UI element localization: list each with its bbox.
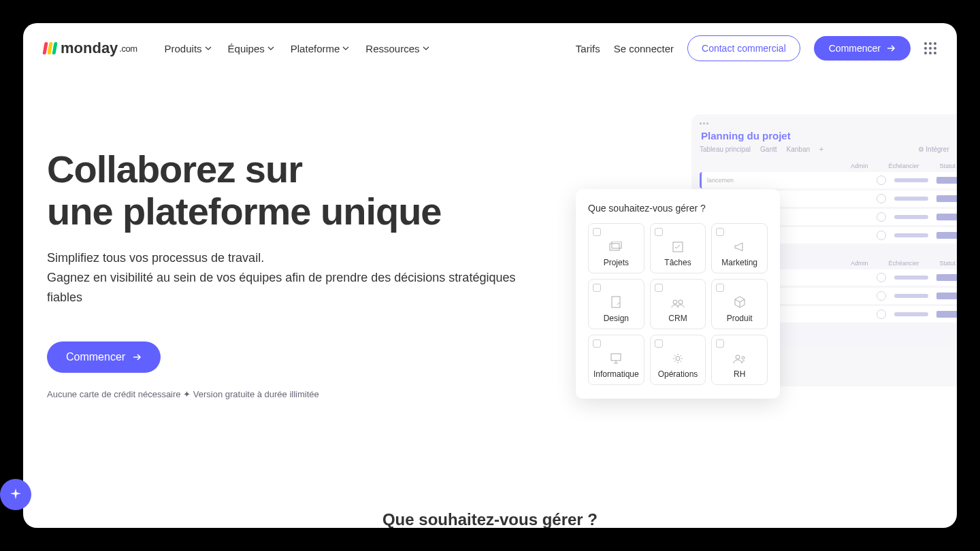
contact-sales-button[interactable]: Contact commercial bbox=[687, 35, 800, 61]
nav-pricing[interactable]: Tarifs bbox=[576, 43, 600, 54]
get-started-button-header[interactable]: Commencer bbox=[814, 36, 911, 61]
sparkle-icon bbox=[8, 487, 23, 502]
nav-platform[interactable]: Plateforme bbox=[291, 43, 350, 54]
product-icon bbox=[734, 296, 745, 308]
chevron-down-icon bbox=[342, 45, 349, 52]
svg-point-5 bbox=[679, 300, 683, 304]
checkbox-icon bbox=[593, 228, 601, 236]
svg-point-8 bbox=[736, 355, 740, 359]
svg-point-7 bbox=[676, 356, 680, 361]
hero-hint: Aucune carte de crédit nécessaire ✦ Vers… bbox=[47, 389, 547, 399]
selector-option-projects[interactable]: Projets bbox=[588, 223, 644, 273]
header-right: Tarifs Se connecter Contact commercial C… bbox=[576, 35, 936, 61]
mockup-board-title: Planning du projet bbox=[701, 130, 957, 141]
projects-icon bbox=[609, 241, 623, 252]
selector-option-crm[interactable]: CRM bbox=[650, 279, 706, 329]
accessibility-fab[interactable] bbox=[0, 479, 31, 510]
selector-option-hr[interactable]: RH bbox=[711, 335, 768, 385]
checkbox-icon bbox=[593, 284, 601, 292]
selector-grid: Projets Tâches Marketing Design CRM Prod… bbox=[588, 223, 768, 385]
logo-bars-icon bbox=[44, 42, 56, 54]
selector-option-marketing[interactable]: Marketing bbox=[711, 223, 768, 273]
selector-option-design[interactable]: Design bbox=[588, 279, 644, 329]
operations-icon bbox=[672, 353, 683, 364]
chevron-down-icon bbox=[423, 45, 429, 52]
svg-rect-6 bbox=[611, 354, 621, 361]
selector-option-product[interactable]: Produit bbox=[711, 279, 768, 329]
checkbox-icon bbox=[655, 339, 663, 348]
svg-point-9 bbox=[742, 356, 745, 359]
hero-content: Collaborez sur une plateforme unique Sim… bbox=[47, 114, 547, 399]
checkbox-icon bbox=[716, 228, 724, 236]
selector-card: Que souhaitez-vous gérer ? Projets Tâche… bbox=[576, 189, 780, 399]
svg-rect-0 bbox=[610, 244, 619, 250]
chevron-down-icon bbox=[267, 45, 274, 52]
checkbox-icon bbox=[716, 284, 724, 292]
chevron-down-icon bbox=[205, 45, 212, 52]
selector-option-it[interactable]: Informatique bbox=[588, 335, 644, 385]
svg-rect-3 bbox=[612, 297, 620, 307]
arrow-right-icon bbox=[132, 352, 142, 362]
logo-text: monday bbox=[61, 39, 118, 57]
checkbox-icon bbox=[716, 339, 724, 348]
arrow-right-icon bbox=[886, 44, 896, 53]
tasks-icon bbox=[672, 241, 683, 252]
selector-option-tasks[interactable]: Tâches bbox=[650, 223, 706, 273]
hero-subtitle: Simplifiez tous vos processus de travail… bbox=[47, 248, 547, 307]
nav-login[interactable]: Se connecter bbox=[614, 43, 674, 54]
hero: Collaborez sur une plateforme unique Sim… bbox=[23, 73, 957, 399]
design-icon bbox=[610, 296, 621, 308]
it-icon bbox=[610, 353, 622, 364]
svg-rect-1 bbox=[612, 241, 621, 248]
header: monday.com Produits Équipes Plateforme R… bbox=[23, 23, 957, 73]
mockup-tabs: Tableau principal Gantt Kanban + ⚙ Intég… bbox=[700, 146, 957, 153]
logo[interactable]: monday.com bbox=[44, 39, 137, 57]
logo-suffix: .com bbox=[119, 44, 137, 54]
hero-title: Collaborez sur une plateforme unique bbox=[47, 148, 547, 232]
checkbox-icon bbox=[593, 339, 601, 348]
table-row: lancemen bbox=[700, 172, 957, 188]
nav-products[interactable]: Produits bbox=[165, 43, 212, 54]
svg-point-4 bbox=[673, 300, 677, 304]
checkbox-icon bbox=[655, 228, 663, 236]
apps-grid-icon[interactable] bbox=[924, 42, 936, 54]
section-teaser-title: Que souhaitez-vous gérer ? bbox=[23, 510, 957, 528]
crm-icon bbox=[671, 299, 685, 308]
nav-resources[interactable]: Ressources bbox=[365, 43, 429, 54]
nav: Produits Équipes Plateforme Ressources bbox=[165, 43, 429, 54]
get-started-button-hero[interactable]: Commencer bbox=[47, 341, 161, 373]
marketing-icon bbox=[734, 241, 746, 252]
nav-teams[interactable]: Équipes bbox=[228, 43, 274, 54]
selector-option-operations[interactable]: Opérations bbox=[650, 335, 706, 385]
hr-icon bbox=[733, 354, 747, 364]
selector-title: Que souhaitez-vous gérer ? bbox=[588, 203, 768, 214]
checkbox-icon bbox=[655, 284, 663, 292]
